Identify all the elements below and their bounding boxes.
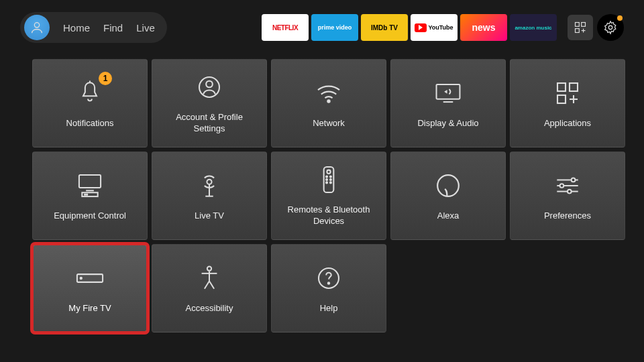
svg-point-21	[85, 194, 85, 194]
svg-point-34	[437, 175, 459, 196]
svg-point-29	[330, 176, 331, 178]
apps-grid-button[interactable]	[568, 15, 593, 40]
tile-preferences[interactable]: Preferences	[510, 152, 625, 240]
tile-notifications[interactable]: 1 Notifications	[32, 59, 148, 147]
svg-point-40	[568, 189, 572, 193]
app-news[interactable]: news	[460, 14, 507, 41]
antenna-icon	[197, 172, 221, 199]
tv-audio-icon	[434, 82, 462, 104]
sliders-icon	[554, 175, 581, 196]
svg-point-49	[328, 282, 329, 284]
help-icon	[317, 266, 341, 290]
apps-grid-icon	[574, 21, 587, 34]
wifi-icon	[315, 82, 342, 104]
tile-account-profile[interactable]: Account & Profile Settings	[152, 59, 267, 147]
tile-equipment-control[interactable]: Equipment Control	[32, 152, 148, 240]
notification-dot	[617, 15, 623, 21]
svg-point-38	[560, 184, 564, 188]
alexa-icon	[435, 173, 461, 198]
user-circle-icon	[197, 75, 221, 99]
svg-point-0	[34, 23, 39, 27]
tile-label: Help	[313, 303, 345, 314]
apps-icon	[555, 81, 580, 105]
svg-point-31	[330, 179, 331, 180]
nav-find[interactable]: Find	[103, 22, 123, 34]
app-imdb-tv[interactable]: IMDb TV	[361, 14, 408, 41]
svg-line-47	[209, 281, 214, 288]
svg-point-9	[206, 81, 213, 88]
tile-display-audio[interactable]: Display & Audio	[390, 59, 506, 147]
app-shortcuts: NETFLIX prime video IMDb TV YouTube news…	[262, 14, 557, 41]
settings-button[interactable]	[597, 14, 624, 41]
user-icon	[30, 20, 44, 35]
svg-rect-3	[576, 29, 580, 33]
svg-point-33	[330, 182, 331, 183]
tile-label: Live TV	[188, 210, 231, 222]
tile-label: Notifications	[60, 118, 121, 129]
tile-label: Account & Profile Settings	[152, 112, 266, 135]
profile-nav-pill: Home Find Live	[20, 12, 167, 43]
tile-network[interactable]: Network	[271, 59, 386, 147]
svg-point-23	[207, 179, 211, 184]
tile-accessibility[interactable]: Accessibility	[152, 244, 267, 333]
remote-icon	[321, 165, 337, 194]
app-amazon-music[interactable]: amazon music	[510, 14, 557, 41]
svg-rect-15	[557, 95, 566, 103]
svg-rect-18	[79, 174, 101, 187]
tile-help[interactable]: Help	[271, 244, 386, 333]
svg-point-30	[326, 179, 327, 180]
tile-label: Accessibility	[179, 303, 240, 314]
tile-label: Equipment Control	[47, 210, 133, 222]
app-netflix[interactable]: NETFLIX	[262, 14, 309, 41]
svg-point-43	[207, 266, 211, 270]
nav-live[interactable]: Live	[136, 22, 155, 34]
tile-label: Preferences	[537, 210, 598, 222]
app-prime-video[interactable]: prime video	[311, 14, 358, 41]
profile-avatar[interactable]	[24, 15, 50, 40]
svg-point-6	[608, 25, 612, 29]
equipment-icon	[76, 173, 104, 198]
tile-live-tv[interactable]: Live TV	[152, 152, 267, 240]
svg-point-22	[87, 194, 87, 194]
tile-remotes-bluetooth[interactable]: Remotes & Bluetooth Devices	[271, 152, 386, 240]
tile-label: Alexa	[431, 210, 466, 222]
svg-point-10	[327, 100, 329, 102]
tile-applications[interactable]: Applications	[510, 59, 625, 147]
tile-label: Display & Audio	[411, 118, 485, 129]
notification-badge: 1	[99, 72, 112, 85]
svg-line-46	[205, 281, 209, 288]
tile-label: My Fire TV	[62, 303, 117, 314]
svg-rect-2	[582, 23, 586, 27]
svg-point-36	[572, 178, 576, 182]
svg-rect-11	[437, 84, 460, 99]
svg-point-27	[327, 170, 330, 174]
nav-home[interactable]: Home	[63, 22, 90, 34]
app-youtube[interactable]: YouTube	[411, 14, 458, 41]
svg-point-32	[326, 182, 327, 183]
tile-label: Applications	[537, 118, 598, 129]
tile-alexa[interactable]: Alexa	[390, 152, 506, 240]
svg-rect-14	[570, 83, 578, 91]
device-icon	[75, 272, 105, 285]
tile-label: Network	[306, 118, 352, 129]
svg-point-42	[80, 277, 82, 278]
bell-icon	[78, 80, 102, 107]
svg-rect-13	[557, 83, 566, 91]
top-action-icons	[568, 14, 624, 41]
gear-icon	[603, 20, 618, 35]
svg-point-28	[326, 176, 327, 178]
tile-label: Remotes & Bluetooth Devices	[272, 204, 386, 227]
accessibility-icon	[197, 265, 221, 292]
settings-grid: 1 Notifications Account & Profile Settin…	[0, 50, 644, 333]
tile-my-fire-tv[interactable]: My Fire TV	[32, 244, 148, 333]
svg-rect-26	[324, 167, 334, 192]
svg-rect-1	[576, 23, 580, 27]
topbar: Home Find Live NETFLIX prime video IMDb …	[0, 0, 644, 50]
